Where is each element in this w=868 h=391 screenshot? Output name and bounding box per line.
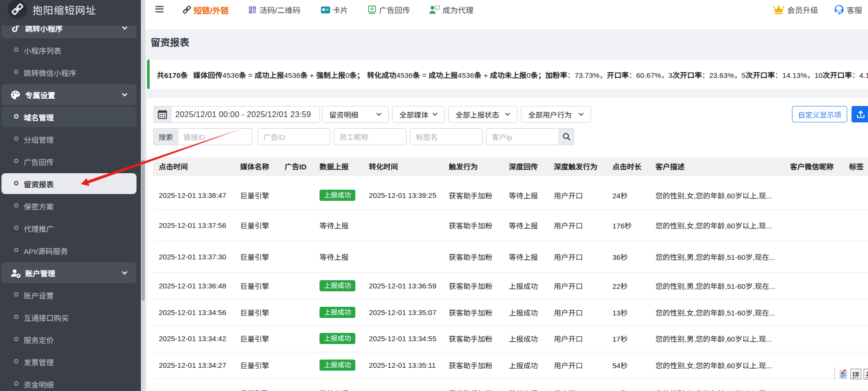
table-cell: 2025-12-01 13:34:55: [363, 325, 443, 352]
filter-select-3[interactable]: 全部用户行为: [521, 106, 591, 123]
calendar-icon[interactable]: [153, 106, 171, 123]
export-button[interactable]: 导出报表: [852, 106, 868, 122]
search-input-4[interactable]: 客户ip: [486, 128, 559, 145]
table-row: 2025-12-01 13:37:56巨量引擎等待上报获客助手加粉等待上报用户开…: [153, 210, 868, 241]
nav-item-label: 卡片: [333, 4, 348, 15]
table-cell: 上报成功: [503, 352, 548, 378]
caret-down-icon: [579, 113, 584, 116]
summary-text: 共6170条媒体回传4536条 = 成功上报4536条 + 强制上报0条；转化成…: [157, 69, 868, 79]
date-range-input[interactable]: 2025/12/01 00:00 - 2025/12/01 23:59: [171, 106, 320, 123]
summary-segment: 4536: [458, 71, 474, 79]
sidebar-item-service-pricing[interactable]: 服务定价: [0, 329, 141, 351]
sidebar-item-domain-management[interactable]: 域名管理: [0, 106, 141, 128]
ad-callback-icon: [367, 5, 377, 15]
table-cell: 36秒: [607, 241, 650, 272]
sidebar-item-mini-program-list[interactable]: 小程序列表: [0, 39, 141, 61]
sidebar-item-bg: [1, 285, 137, 305]
sidebar-item-bg: [1, 129, 137, 150]
sidebar-item-label: 账户管理: [25, 268, 55, 278]
filter-select-1[interactable]: 全部媒体: [392, 106, 445, 123]
column-header-8: 点击时长: [607, 157, 650, 175]
sidebar-item-group-management[interactable]: 分组管理: [0, 128, 141, 150]
bullet-circle-icon: [14, 315, 18, 319]
report-status-cell: 上报成功: [314, 272, 363, 299]
table-cell: [784, 175, 843, 210]
app-logo[interactable]: 抱阳缩短网址: [0, 0, 141, 26]
table-cell: 2025-12-01 13:34:42: [153, 325, 234, 352]
sidebar-item-bg: [1, 329, 137, 350]
nav-item-card[interactable]: 卡片: [321, 3, 348, 16]
table-cell: 13秒: [607, 299, 650, 325]
sidebar-item-privacy-plan[interactable]: 保密方案: [0, 195, 141, 217]
search-button[interactable]: [559, 128, 574, 145]
search-input-3[interactable]: 标签名: [410, 128, 483, 145]
table-cell: 巨量引擎: [234, 299, 279, 325]
sidebar-scrollbar-thumb[interactable]: [141, 160, 145, 301]
search-input-2[interactable]: 员工昵称: [334, 128, 407, 145]
sidebar-item-exclusive-settings[interactable]: 专属设置: [0, 84, 141, 106]
table-row: 2025-12-01 13:33:52巨量引擎等待上报获客助手加粉等待上报用户开…: [153, 378, 868, 391]
table-cell: 巨量引擎: [234, 325, 279, 352]
nav-item-qrcode[interactable]: 活码/二维码: [248, 3, 300, 16]
nav-item-member-upgrade[interactable]: 会员升级: [773, 3, 818, 16]
summary-segment: 条: [181, 71, 188, 79]
ime-pinyin-box[interactable]: 拼: [851, 369, 861, 379]
sidebar-item-bg: [1, 40, 137, 60]
sidebar-item-label: 分组管理: [24, 134, 54, 145]
chevron-down-icon: [122, 271, 127, 275]
report-status-cell: 上报成功: [314, 325, 363, 352]
nav-item-short-link[interactable]: 短链/外链: [183, 3, 229, 16]
ime-english-box[interactable]: 英: [864, 369, 868, 379]
nav-item-label: 会员升级: [787, 4, 818, 15]
sidebar-item-fund-details[interactable]: 资金明细: [0, 373, 141, 391]
summary-segment: 加粉率: [545, 71, 567, 79]
chevron-down-icon: [122, 93, 127, 97]
sidebar-item-label: 资金明细: [24, 379, 54, 390]
select-value: 留资明细: [329, 109, 358, 120]
user-gear-icon: [10, 268, 21, 278]
sidebar-item-bg: [1, 106, 137, 127]
bullet-circle-icon: [14, 114, 18, 119]
table-cell: [784, 241, 843, 272]
customize-columns-button[interactable]: 自定义显示项: [792, 106, 847, 122]
filter-select-2[interactable]: 全部上报状态: [448, 106, 518, 123]
table-cell: [784, 325, 843, 352]
ime-drag-handle[interactable]: [834, 368, 835, 380]
nav-item-ad-callback[interactable]: 广告回传: [367, 3, 410, 16]
table-cell: 您的性别,女,您的年龄,60岁以上,现...: [650, 352, 784, 378]
summary-segment: 4536: [396, 71, 413, 79]
lead-report-table: 点击时间媒体名称广告ID数据上报转化时间触发行为深度回传深度触发行为点击时长客户…: [153, 157, 868, 391]
sidebar-scrollbar[interactable]: [141, 0, 145, 391]
sidebar: 跳转小程序小程序列表跳转微信小程序专属设置域名管理分组管理广告回传留资报表保密方…: [0, 0, 141, 391]
table-cell: 巨量引擎: [234, 175, 279, 210]
sidebar-item-account-management[interactable]: 账户管理: [0, 262, 141, 284]
search-input-1[interactable]: 广告ID: [258, 128, 330, 145]
sidebar-item-ad-callback[interactable]: 广告回传: [0, 150, 141, 173]
nav-item-become-agent[interactable]: 成为代理: [429, 3, 473, 16]
sidebar-item-interface-purchase[interactable]: 互通接口购买: [0, 306, 141, 329]
sidebar-item-lead-report[interactable]: 留资报表: [0, 173, 141, 195]
summary-segment: 开口率: [607, 71, 629, 79]
sidebar-item-account-settings[interactable]: 账户设置: [0, 284, 141, 306]
table-cell: 获客助手加粉: [443, 175, 503, 210]
table-cell: 2025-12-01 13:37:30: [153, 241, 234, 272]
sidebar-item-wechat-mini-program-jump[interactable]: 跳转微信小程序: [0, 61, 141, 84]
nav-item-customer-service[interactable]: 客服: [834, 3, 862, 16]
table-cell: [784, 299, 843, 325]
summary-segment: 条: [239, 71, 246, 79]
search-input-link-id[interactable]: 链接ID: [178, 128, 252, 145]
menu-toggle-icon[interactable]: [155, 6, 164, 13]
table-cell: [279, 241, 314, 272]
sidebar-item-invoice-management[interactable]: 发票管理: [0, 351, 141, 373]
filter-select-0[interactable]: 留资明细: [322, 106, 389, 123]
table-cell: 2025-12-01 13:35:07: [363, 299, 443, 325]
summary-segment: 强制上报: [316, 71, 345, 79]
report-status-cell: 等待上报: [314, 210, 363, 241]
sidebar-item-api-source-service[interactable]: API/源码服务: [0, 240, 141, 262]
table-cell: 用户开口: [548, 175, 607, 210]
summary-segment: ：4.13%: [852, 71, 868, 79]
filter-row: 2025/12/01 00:00 - 2025/12/01 23:59 留资明细…: [153, 106, 594, 123]
sidebar-item-agent-promotion[interactable]: 代理推广: [0, 217, 141, 240]
ime-doc-icon[interactable]: [839, 369, 848, 379]
headset-icon: [834, 4, 844, 15]
